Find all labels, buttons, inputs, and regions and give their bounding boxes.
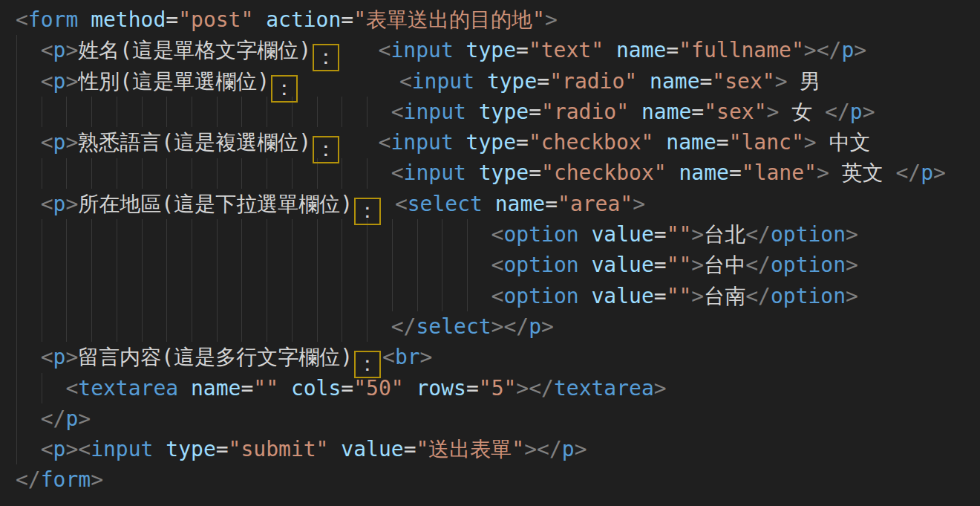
code-token-attr: type xyxy=(466,130,516,155)
code-token-attr: cols xyxy=(291,376,341,400)
code-token-pu: > xyxy=(420,345,433,369)
code-line[interactable]: <form method="post" action="表單送出的目的地"> xyxy=(16,4,946,35)
code-token-str: "submit" xyxy=(229,437,329,461)
code-token-txt xyxy=(341,130,379,155)
code-token-pu: < xyxy=(41,192,53,216)
code-token-pu: </ xyxy=(529,376,554,400)
code-token-pu: > xyxy=(491,314,504,339)
code-token-pu: < xyxy=(399,69,412,94)
code-token-pu: > xyxy=(541,314,554,339)
code-token-tag: option xyxy=(503,284,578,308)
code-token-txt: = xyxy=(516,130,529,155)
code-line[interactable]: <p><input type="submit" value="送出表單"></p… xyxy=(16,434,946,464)
code-token-txt: 女 xyxy=(779,100,825,124)
code-token-str: "lane" xyxy=(742,160,817,185)
code-token-txt: 台南 xyxy=(704,284,745,308)
code-token-pu: < xyxy=(41,437,53,461)
code-token-str: "表單送出的目的地" xyxy=(353,7,545,32)
code-token-pu: > xyxy=(846,284,858,308)
code-token-attr: type xyxy=(479,100,529,124)
code-token-pu: > xyxy=(65,69,78,94)
code-line[interactable]: <input type="radio" name="sex"> 女 </p> xyxy=(16,97,946,127)
code-token-txt xyxy=(16,406,41,431)
code-token-attr: type xyxy=(466,38,516,62)
code-token-pu: < xyxy=(16,7,28,32)
code-line[interactable]: <p>熟悉語言(這是複選欄位)： <input type="checkbox" … xyxy=(16,127,946,158)
code-token-tag: option xyxy=(771,284,846,308)
code-token-pu: </ xyxy=(745,222,771,247)
code-token-txt: = xyxy=(529,160,541,185)
code-token-txt xyxy=(637,69,650,94)
code-token-pu: > xyxy=(767,100,780,124)
code-token-str: "checkbox" xyxy=(541,160,667,185)
code-line[interactable]: </p> xyxy=(16,403,946,434)
code-token-attr: action xyxy=(266,7,341,32)
code-token-attr: name xyxy=(191,376,241,400)
code-token-txt xyxy=(16,284,491,308)
code-token-txt: 台中 xyxy=(704,253,745,277)
code-token-txt: = xyxy=(654,284,667,308)
code-line[interactable]: <option value="">台南</option> xyxy=(16,281,946,311)
code-line[interactable]: </form> xyxy=(16,464,946,495)
code-token-pu: </ xyxy=(817,38,842,62)
code-line[interactable]: <option value="">台北</option> xyxy=(16,219,946,250)
code-token-txt xyxy=(454,38,466,62)
code-token-txt: = xyxy=(716,130,729,155)
code-token-txt xyxy=(178,376,191,400)
code-token-txt xyxy=(16,130,41,155)
code-token-pu: > xyxy=(691,253,704,277)
code-token-pu: > xyxy=(691,222,704,247)
code-token-tag: p xyxy=(53,192,66,216)
code-token-tag: br xyxy=(395,345,420,369)
code-token-txt: 姓名(這是單格文字欄位) xyxy=(78,38,311,62)
code-token-str: "" xyxy=(253,376,278,400)
code-token-tag: option xyxy=(771,222,846,247)
code-token-pu: > xyxy=(65,192,78,216)
code-token-txt xyxy=(153,437,166,461)
code-token-pu: < xyxy=(78,437,91,461)
code-line[interactable]: <p>所在地區(這是下拉選單欄位)： <select name="area"> xyxy=(16,189,946,219)
code-line[interactable]: <textarea name="" cols="50" rows="5"></t… xyxy=(16,373,946,403)
code-token-txt: 男 xyxy=(788,69,821,94)
code-token-txt xyxy=(483,192,495,216)
code-line[interactable]: <input type="checkbox" name="lane"> 英文 <… xyxy=(16,158,946,188)
code-token-pu: </ xyxy=(537,437,562,461)
code-token-str: "" xyxy=(667,222,692,247)
code-token-pu: > xyxy=(846,253,858,277)
code-token-str: "checkbox" xyxy=(529,130,654,155)
code-content: <form method="post" action="表單送出的目的地"> <… xyxy=(16,4,946,496)
code-token-attr: rows xyxy=(416,376,466,400)
code-token-txt xyxy=(16,222,491,247)
code-token-txt xyxy=(16,253,491,277)
code-token-txt: = xyxy=(216,437,229,461)
code-token-txt xyxy=(629,100,641,124)
code-token-attr: value xyxy=(591,253,653,277)
code-token-pu: < xyxy=(65,376,78,400)
code-token-attr: type xyxy=(479,160,529,185)
code-token-pu: > xyxy=(691,284,704,308)
code-token-txt xyxy=(253,7,266,32)
code-token-txt: 熟悉語言(這是複選欄位) xyxy=(78,130,311,155)
code-token-txt: = xyxy=(529,100,541,124)
code-token-tag: option xyxy=(503,222,578,247)
code-editor[interactable]: <form method="post" action="表單送出的目的地"> <… xyxy=(0,0,980,506)
code-token-str: "post" xyxy=(178,7,253,32)
code-token-pu: < xyxy=(41,345,53,369)
code-token-pu: > xyxy=(854,38,866,62)
code-line[interactable]: <p>留言内容(這是多行文字欄位)：<br> xyxy=(16,342,946,372)
code-token-pu: > xyxy=(545,7,558,32)
code-line[interactable]: <p>性別(這是單選欄位)： <input type="radio" name=… xyxy=(16,66,946,97)
code-line[interactable]: <p>姓名(這是單格文字欄位)： <input type="text" name… xyxy=(16,35,946,65)
code-token-attr: name xyxy=(679,160,728,185)
code-line[interactable]: <option value="">台中</option> xyxy=(16,250,946,280)
code-token-txt xyxy=(78,7,91,32)
code-token-pu: < xyxy=(41,38,53,62)
code-token-txt: 英文 xyxy=(829,160,896,185)
code-token-str: "sex" xyxy=(704,100,766,124)
code-token-str: "fullname" xyxy=(679,38,804,62)
code-token-pu: < xyxy=(491,253,504,277)
code-token-pu: </ xyxy=(825,100,850,124)
code-line[interactable]: </select></p> xyxy=(16,311,946,342)
code-token-txt: 所在地區(這是下拉選單欄位) xyxy=(78,192,353,216)
code-token-pu: > xyxy=(633,192,645,216)
